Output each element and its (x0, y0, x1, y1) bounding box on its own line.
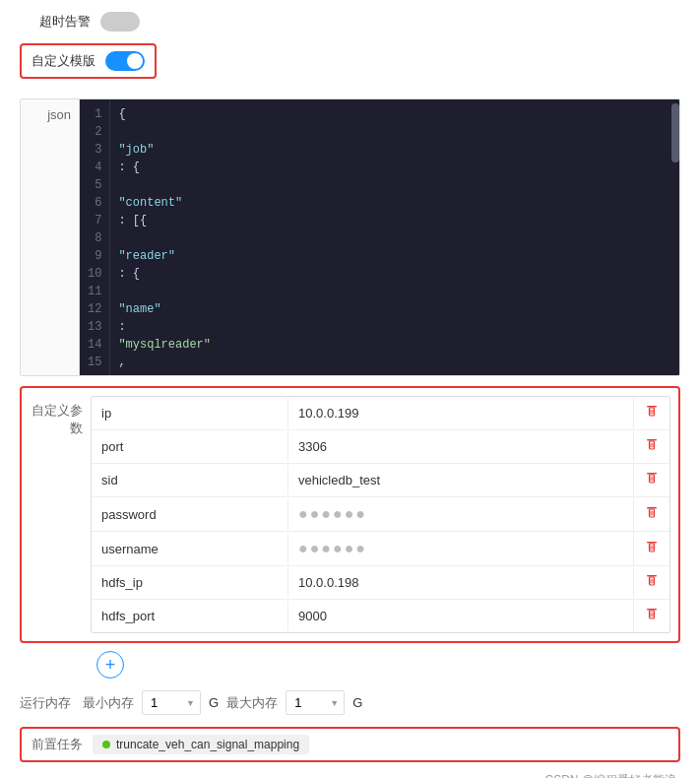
svg-rect-26 (651, 613, 652, 617)
param-row: port3306 (92, 430, 669, 464)
svg-rect-2 (651, 410, 652, 415)
param-name: hdfs_port (92, 601, 288, 631)
param-delete-button[interactable] (634, 397, 669, 429)
footer-watermark: CSDN @编程爱好者熊浪 (20, 772, 680, 778)
svg-rect-10 (651, 477, 652, 482)
param-delete-button[interactable] (634, 533, 669, 565)
param-delete-button[interactable] (634, 566, 669, 599)
svg-rect-27 (653, 613, 654, 617)
line-numbers: 123456789101112131415 (80, 99, 110, 375)
svg-rect-19 (653, 545, 654, 550)
page-container: 超时告警 自定义模版 json 123456789101112131415 { … (0, 0, 700, 778)
memory-run-label: 运行内存 (20, 694, 71, 712)
custom-template-section: 自定义模版 (20, 43, 680, 89)
param-name: username (92, 534, 288, 564)
svg-rect-22 (651, 579, 652, 584)
svg-rect-8 (647, 473, 657, 475)
param-delete-button[interactable] (634, 464, 669, 496)
param-row: hdfs_ip10.0.0.198 (92, 566, 669, 600)
param-row: username●●●●●● (92, 532, 669, 566)
param-value[interactable]: ●●●●●● (288, 532, 634, 565)
param-name: sid (92, 465, 288, 495)
param-row: hdfs_port9000 (92, 600, 669, 632)
vertical-scrollbar[interactable] (671, 99, 679, 375)
svg-rect-25 (650, 611, 655, 618)
svg-rect-3 (653, 410, 654, 415)
pretask-status-dot (102, 741, 110, 748)
pretask-section: 前置任务 truncate_veh_can_signal_mapping (20, 727, 680, 762)
code-lines: 123456789101112131415 { "job": { "conten… (80, 99, 671, 375)
param-name: hdfs_ip (92, 567, 288, 598)
custom-template-toggle-thumb (127, 53, 143, 69)
param-delete-button[interactable] (634, 600, 669, 632)
params-table: ip10.0.0.199port3306sidvehicledb_testpas… (91, 396, 670, 633)
param-row: sidvehicledb_test (92, 464, 669, 497)
param-delete-button[interactable] (634, 498, 669, 531)
memory-max-label: 最大内存 (226, 694, 278, 712)
svg-rect-18 (651, 545, 652, 550)
svg-rect-23 (653, 579, 654, 584)
param-value[interactable]: 3306 (288, 431, 634, 462)
svg-rect-0 (647, 406, 657, 408)
timeout-toggle[interactable] (100, 12, 140, 32)
pretask-tag: truncate_veh_can_signal_mapping (93, 735, 309, 754)
param-delete-button[interactable] (634, 430, 669, 463)
param-value[interactable]: 9000 (288, 601, 634, 631)
add-param-button[interactable]: + (96, 651, 124, 679)
min-memory-unit: G (209, 695, 219, 710)
min-memory-select-wrapper: 124816 (142, 690, 201, 715)
code-editor-outer: 123456789101112131415 { "job": { "conten… (80, 99, 679, 375)
params-section: 自定义参数 ip10.0.0.199port3306sidvehicledb_t… (20, 386, 680, 643)
memory-section: 运行内存 最小内存 124816 G 最大内存 124816 G (20, 690, 680, 715)
params-label: 自定义参数 (22, 396, 91, 437)
param-value[interactable]: vehicledb_test (288, 465, 634, 495)
min-memory-select[interactable]: 124816 (142, 690, 201, 715)
param-name: port (92, 431, 288, 462)
vertical-scrollbar-thumb[interactable] (671, 103, 679, 162)
svg-rect-9 (650, 475, 655, 483)
param-name: ip (92, 398, 288, 428)
custom-template-toggle[interactable] (105, 51, 145, 71)
custom-template-row: 自定义模版 (20, 43, 157, 79)
watermark-text: CSDN @编程爱好者熊浪 (544, 773, 676, 778)
add-param-row: + (20, 651, 680, 679)
svg-rect-5 (650, 441, 655, 449)
svg-rect-16 (647, 542, 657, 544)
param-row: ip10.0.0.199 (92, 397, 669, 430)
svg-rect-17 (650, 544, 655, 551)
svg-rect-14 (651, 510, 652, 515)
max-memory-select[interactable]: 124816 (286, 690, 345, 715)
timeout-label: 超时告警 (39, 13, 91, 31)
param-value[interactable]: 10.0.0.199 (288, 398, 634, 428)
max-memory-unit: G (352, 695, 362, 710)
svg-rect-6 (651, 443, 652, 448)
svg-rect-1 (650, 408, 655, 416)
pretask-name: truncate_veh_can_signal_mapping (116, 738, 299, 751)
svg-rect-7 (653, 443, 654, 448)
timeout-toggle-track (100, 12, 140, 32)
svg-rect-15 (653, 510, 654, 515)
svg-rect-20 (647, 575, 657, 577)
svg-rect-11 (653, 477, 654, 482)
svg-rect-21 (650, 577, 655, 585)
max-memory-select-wrapper: 124816 (286, 690, 345, 715)
param-value[interactable]: 10.0.0.198 (288, 567, 634, 598)
svg-rect-24 (647, 609, 657, 611)
param-value[interactable]: ●●●●●● (288, 497, 634, 531)
json-label: json (21, 99, 80, 375)
memory-min-label: 最小内存 (83, 694, 134, 712)
custom-template-label: 自定义模版 (32, 52, 95, 70)
param-row: password●●●●●● (92, 497, 669, 532)
svg-rect-4 (647, 439, 657, 441)
param-name: password (92, 499, 288, 530)
timeout-row: 超时告警 (20, 12, 680, 32)
code-editor[interactable]: 123456789101112131415 { "job": { "conten… (80, 99, 671, 375)
code-content[interactable]: { "job": { "content": [{ "reader": { "na… (110, 99, 671, 375)
pretask-label: 前置任务 (32, 736, 83, 753)
json-editor-section: json 123456789101112131415 { "job": { "c… (20, 98, 680, 376)
svg-rect-12 (647, 507, 657, 509)
svg-rect-13 (650, 509, 655, 517)
